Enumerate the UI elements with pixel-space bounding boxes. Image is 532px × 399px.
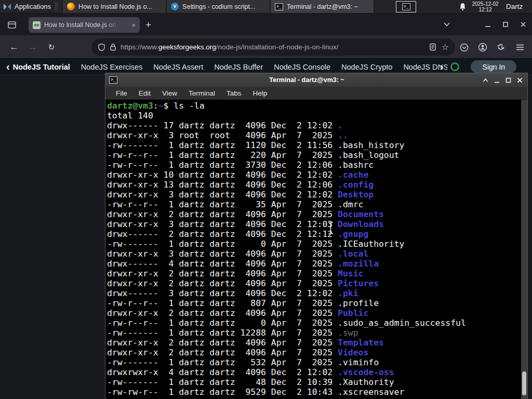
terminal-menu-item[interactable]: Terminal — [183, 89, 221, 97]
terminal-icon: >_ — [109, 76, 117, 84]
site-nav-link[interactable]: NodeJS Console — [274, 63, 330, 71]
terminal-shade-button[interactable] — [482, 77, 489, 84]
window-close-button[interactable] — [520, 21, 527, 28]
terminal-line: -rw------- 1 dartz dartz 12288 Apr 7 202… — [107, 328, 527, 338]
search-icon[interactable] — [450, 62, 459, 71]
site-nav-link[interactable]: NodeJS Assert — [153, 63, 203, 71]
nav-scroll-left-icon[interactable]: ‹ — [6, 61, 10, 72]
url-text: https://www.geeksforgeeks.org/node-js/in… — [121, 43, 424, 51]
terminal-line: -rw------- 1 dartz dartz 0 Apr 7 2025 .I… — [107, 239, 527, 249]
site-nav-link[interactable]: NodeJS Tutorial — [13, 63, 70, 71]
sign-in-button[interactable]: Sign In — [471, 60, 516, 73]
browser-tab-active[interactable]: ee How to Install Node.js on × — [29, 17, 140, 33]
terminal-menu-item[interactable]: Help — [247, 89, 273, 97]
terminal-output[interactable]: dartz@vm3:~$ ls -la total 140 drwx------… — [105, 100, 527, 399]
file-name: . — [338, 121, 343, 130]
clock-date: 2025-12-02 — [469, 1, 501, 7]
terminal-line: drwxr-xr-x 2 dartz dartz 4096 Apr 7 2025… — [107, 338, 527, 348]
user-menu[interactable]: Dartz — [506, 3, 523, 10]
forward-button[interactable]: → — [26, 41, 39, 54]
site-nav-link[interactable]: NodeJS Crypto — [341, 63, 392, 71]
typed-command: ls -la — [174, 101, 204, 111]
system-panel: Applications How to Install Node.js o...… — [0, 0, 532, 14]
terminal-line: drwx------ 2 dartz dartz 4096 Dec 2 12:1… — [107, 229, 527, 239]
terminal-window: >_ Terminal - dartz@vm3: ~ FileEditViewT… — [105, 73, 528, 399]
terminal-icon: >_ — [275, 3, 283, 10]
ibeam-mouse-cursor — [327, 221, 334, 235]
terminal-line: -rw-r--r-- 1 dartz dartz 807 Apr 7 2025 … — [107, 298, 527, 308]
account-icon[interactable] — [476, 41, 489, 54]
notifications-bell-icon[interactable] — [459, 3, 467, 11]
nav-scroll-right-icon[interactable]: › — [440, 61, 444, 72]
terminal-line: -rw-r--r-- 1 dartz dartz 220 Apr 7 2025 … — [107, 150, 527, 160]
url-path: /node-js/installation-of-node-js-on-linu… — [216, 43, 339, 51]
file-name: Templates — [338, 338, 384, 348]
extensions-puzzle-icon[interactable] — [494, 41, 508, 54]
file-name: .bashrc — [338, 160, 374, 170]
terminal-minimize-button[interactable] — [494, 77, 500, 84]
file-name: .ICEauthority — [338, 239, 404, 249]
panel-clock[interactable]: 2025-12-02 12:12 — [469, 1, 501, 12]
url-bar[interactable]: https://www.geeksforgeeks.org/node-js/in… — [91, 38, 455, 56]
browser-tab-bar: ee How to Install Node.js on × + — [0, 14, 532, 35]
terminal-line: drwxr-xr-x 3 dartz dartz 4096 Apr 7 2025… — [107, 249, 527, 259]
clock-time: 12:12 — [469, 7, 501, 12]
terminal-line: drwxrwxr-x 4 dartz dartz 4096 Dec 2 12:0… — [107, 367, 527, 377]
terminal-line: drwx------ 4 dartz dartz 4096 Apr 7 2025… — [107, 259, 527, 269]
taskbar-window-terminal-label: Terminal - dartz@vm3: ~ — [287, 3, 358, 10]
file-name: .Xauthority — [338, 377, 394, 387]
taskbar-window-terminal[interactable]: >_ Terminal - dartz@vm3: ~ — [270, 0, 374, 13]
terminal-line: -rw-r--r-- 1 dartz dartz 3730 Dec 2 12:0… — [107, 160, 527, 170]
window-minimize-button[interactable] — [484, 21, 491, 28]
bookmark-star-icon[interactable]: ☆ — [442, 43, 449, 51]
file-name: .cache — [338, 170, 368, 180]
terminal-menu-item[interactable]: Tabs — [221, 89, 247, 97]
firefox-view-button[interactable] — [4, 17, 20, 33]
desktop: Applications How to Install Node.js o...… — [0, 0, 532, 399]
terminal-title-bar[interactable]: >_ Terminal - dartz@vm3: ~ — [105, 73, 527, 87]
url-domain: geeksforgeeks.org — [158, 43, 216, 51]
terminal-line: drwxr-xr-x 10 dartz dartz 4096 Dec 2 12:… — [107, 170, 527, 180]
terminal-line: drwxr-xr-x 2 dartz dartz 4096 Apr 7 2025… — [107, 278, 527, 288]
terminal-maximize-button[interactable] — [505, 77, 512, 84]
taskbar-window-vscodium[interactable]: V Settings - codium script... — [166, 0, 270, 13]
list-all-tabs-chevron-icon[interactable] — [443, 21, 451, 28]
terminal-menu-item[interactable]: File — [110, 89, 133, 97]
firefox-view-icon — [7, 20, 17, 30]
terminal-line: -rw-r--r-- 1 dartz dartz 35 Apr 7 2025 .… — [107, 200, 527, 209]
terminal-line: drwxr-xr-x 3 dartz dartz 4096 Dec 2 12:0… — [107, 190, 527, 200]
terminal-scrollbar-thumb[interactable] — [522, 371, 526, 395]
terminal-line: drwxr-xr-x 2 dartz dartz 4096 Apr 7 2025… — [107, 348, 527, 357]
terminal-line: -rw------- 1 dartz dartz 532 Apr 7 2025 … — [107, 357, 527, 367]
tray-terminal-launcher[interactable]: >_ — [396, 1, 416, 12]
terminal-line: drwx------ 17 dartz dartz 4096 Dec 2 12:… — [107, 121, 527, 130]
terminal-menu-item[interactable]: View — [156, 89, 183, 97]
pocket-icon[interactable] — [457, 41, 471, 54]
reload-button[interactable]: ↻ — [45, 41, 58, 54]
taskbar-window-vscodium-label: Settings - codium script... — [182, 3, 255, 10]
terminal-line: -rw-r--r-- 1 dartz dartz 0 Apr 7 2025 .s… — [107, 318, 527, 328]
file-name: .swp — [338, 328, 358, 338]
terminal-menu-item[interactable]: Edit — [133, 89, 156, 97]
reader-mode-icon[interactable] — [429, 43, 436, 51]
applications-menu-button[interactable]: Applications — [0, 0, 61, 13]
terminal-line: drwxr-xr-x 2 dartz dartz 4096 Apr 7 2025… — [107, 308, 527, 318]
file-name: .sudo_as_admin_successful — [338, 318, 466, 328]
hamburger-menu-icon[interactable] — [513, 41, 527, 54]
window-maximize-button[interactable] — [502, 21, 509, 28]
lock-icon[interactable] — [110, 43, 116, 51]
file-name: .dmrc — [338, 200, 363, 209]
tab-close-icon[interactable]: × — [131, 22, 136, 29]
terminal-scrollbar[interactable] — [521, 100, 527, 399]
terminal-line: drwxr-xr-x 3 dartz dartz 4096 Dec 2 12:0… — [107, 219, 527, 229]
site-nav-link[interactable]: NodeJS Exercises — [81, 63, 142, 71]
file-name: .local — [338, 249, 368, 259]
terminal-line: -rw------- 1 dartz dartz 1120 Dec 2 11:5… — [107, 140, 527, 150]
site-nav-link[interactable]: NodeJS Buffer — [214, 63, 263, 71]
taskbar-window-firefox[interactable]: How to Install Node.js o... — [62, 0, 166, 13]
terminal-close-button[interactable] — [516, 77, 523, 84]
tracking-shield-icon[interactable] — [98, 43, 105, 51]
new-tab-button[interactable]: + — [145, 20, 151, 30]
back-button[interactable]: ← — [7, 41, 21, 54]
file-name: .. — [338, 130, 348, 140]
